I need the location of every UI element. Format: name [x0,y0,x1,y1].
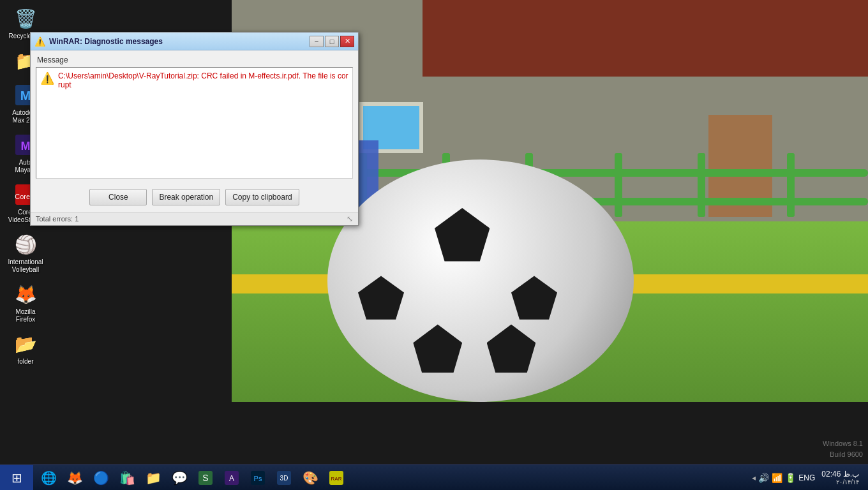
fence-post-5 [615,153,622,217]
svg-text:A: A [229,474,234,483]
dialog-buttons: Close Break operation Copy to clipboard [31,184,358,212]
taskbar-app2[interactable]: A [219,466,244,489]
tray-icon-network: 🔊 [758,473,769,483]
taskbar-explorer[interactable]: 📁 [140,466,166,489]
taskbar-3d[interactable]: 3D [271,466,297,489]
win-version-line2: Build 9600 [823,449,863,460]
svg-text:S: S [202,473,208,483]
desktop: 🗑️ Recycle Bin 📁 M AutodeskMax 20... M A… [0,0,868,490]
ball-patch-1 [435,208,490,262]
clock-date: ۲۰/۱۴/۱۴ [821,479,859,486]
volleyball-icon: 🏐 [13,232,38,257]
icon-firefox[interactable]: 🦊 MozillaFirefox [3,279,49,326]
svg-text:M: M [20,89,31,103]
icon-folder[interactable]: 📂 folder [3,329,49,368]
warning-icon: ⚠️ [40,71,54,85]
taskbar-paint[interactable]: 🎨 [297,466,323,489]
firefox-icon: 🦊 [13,281,38,307]
ball-patch-2 [358,276,404,319]
fence-post-7 [787,153,795,217]
winrar-dialog: ⚠️ WinRAR: Diagnostic messages − □ ✕ Mes… [30,32,359,226]
taskbar-chrome[interactable]: 🌐 [36,466,61,489]
soccer-ball [327,160,634,402]
title-buttons: − □ ✕ [310,36,354,47]
firefox-label: MozillaFirefox [15,308,35,323]
break-operation-button[interactable]: Break operation [152,189,220,205]
taskbar-right: ◂ 🔊 📶 🔋 ENG 02:46 ب.ظ ۲۰/۱۴/۱۴ [752,465,868,491]
close-title-button[interactable]: ✕ [340,36,354,47]
clock[interactable]: 02:46 ب.ظ ۲۰/۱۴/۱۴ [818,470,863,486]
taskbar-ie[interactable]: 🔵 [88,466,114,489]
tray-icon-battery: 🔋 [785,473,796,483]
ball-patch-3 [511,276,557,319]
volleyball-label: InternationalVolleyball [8,258,43,274]
clock-time: 02:46 ب.ظ [821,470,859,479]
message-area: ⚠️ C:\Users\amin\Desktop\V-RayTutorial.z… [36,67,353,179]
language-indicator[interactable]: ENG [798,473,815,482]
bg-roof [423,0,868,77]
copy-clipboard-button[interactable]: Copy to clipboard [225,189,299,205]
tray-icon-volume: 📶 [772,473,782,483]
taskbar-skype[interactable]: 💬 [167,466,192,489]
close-button[interactable]: Close [89,189,147,205]
winrar-icon: ⚠️ [34,36,45,47]
svg-text:3D: 3D [280,475,288,482]
dialog-body: Message ⚠️ C:\Users\amin\Desktop\V-RayTu… [31,50,358,184]
taskbar-apps: 🌐 🦊 🔵 🛍️ 📁 💬 S A Ps 3D 🎨 RAR [33,465,752,491]
tray-icons: 🔊 📶 🔋 [758,473,796,483]
icon-volleyball[interactable]: 🏐 InternationalVolleyball [3,229,49,276]
folder-icon: 📂 [13,331,38,357]
svg-text:Ps: Ps [254,475,262,482]
svg-text:RAR: RAR [331,476,342,482]
dialog-titlebar: ⚠️ WinRAR: Diagnostic messages − □ ✕ [31,33,358,50]
folder-label: folder [17,358,33,366]
taskbar: ⊞ 🌐 🦊 🔵 🛍️ 📁 💬 S A Ps 3D 🎨 RAR [0,464,868,490]
tray-expand-arrow[interactable]: ◂ [752,473,756,482]
message-text: C:\Users\amin\Desktop\V-RayTutorial.zip:… [58,71,348,89]
win-version-line1: Windows 8.1 [823,438,863,449]
total-errors-text: Total errors: 1 [36,215,79,223]
taskbar-app1[interactable]: S [193,466,218,489]
ball-patch-4 [413,324,462,373]
taskbar-store[interactable]: 🛍️ [114,466,140,489]
windows-version: Windows 8.1 Build 9600 [823,438,863,459]
fence-post-6 [698,153,705,217]
svg-text:M: M [21,140,31,152]
taskbar-firefox[interactable]: 🦊 [62,466,87,489]
restore-button[interactable]: □ [325,36,339,47]
start-button[interactable]: ⊞ [0,465,33,491]
minimize-button[interactable]: − [310,36,324,47]
recycle-bin-icon: 🗑️ [13,6,38,31]
taskbar-winrar[interactable]: RAR [324,466,349,489]
resize-handle[interactable]: ⤡ [347,214,353,223]
dialog-footer: Total errors: 1 ⤡ [31,212,358,225]
taskbar-photoshop[interactable]: Ps [245,466,271,489]
dialog-title-text: WinRAR: Diagnostic messages [49,37,163,46]
start-icon: ⊞ [11,470,22,486]
ball-patch-5 [487,324,536,373]
message-label: Message [36,56,353,64]
title-left: ⚠️ WinRAR: Diagnostic messages [34,36,163,47]
